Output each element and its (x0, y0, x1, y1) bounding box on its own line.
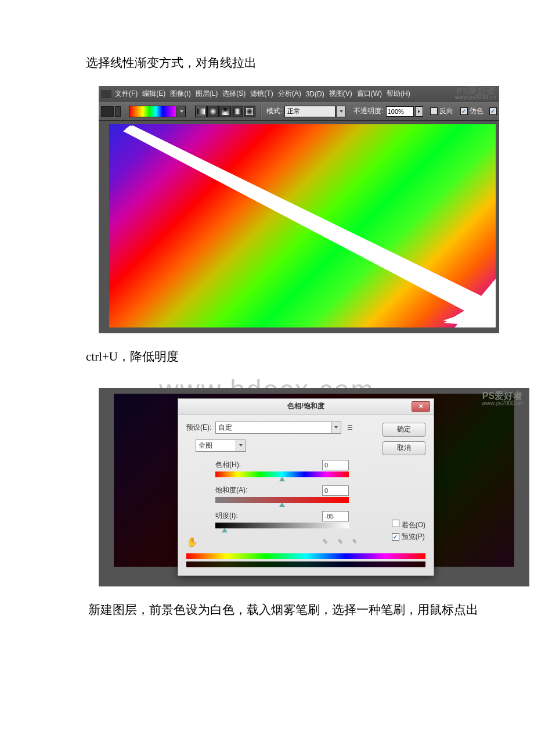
opacity-label: 不透明度: (353, 106, 383, 116)
document-canvas[interactable] (109, 124, 496, 327)
hue-slider[interactable] (215, 471, 349, 477)
options-bar: 模式: 正常 不透明度: 100% 反向 ✓ 仿色 ✓ (99, 102, 499, 121)
menu-window[interactable]: 窗口(W) (357, 89, 382, 99)
preset-select[interactable]: 自定 (215, 422, 331, 434)
reverse-label: 反向 (439, 106, 453, 116)
lightness-slider[interactable] (215, 523, 349, 528)
paragraph-1: 选择线性渐变方式，对角线拉出 (86, 52, 492, 74)
menu-file[interactable]: 文件(F) (115, 89, 138, 99)
opacity-slider-btn[interactable] (415, 106, 423, 117)
saturation-slider[interactable] (215, 497, 349, 503)
hue-label: 色相(H): (215, 460, 241, 470)
menu-edit[interactable]: 编辑(E) (142, 89, 165, 99)
menu-analysis[interactable]: 分析(A) (278, 89, 301, 99)
trans-checkbox[interactable]: ✓ (489, 107, 497, 115)
gradient-drag-arrow (109, 124, 496, 327)
gradient-style-diamond[interactable] (244, 106, 255, 117)
watermark-corner: PS爱好者 www.ps2000.cn (455, 86, 496, 100)
cancel-button[interactable]: 取消 (383, 441, 425, 455)
paragraph-3: 新建图层，前景色设为白色，载入烟雾笔刷，选择一种笔刷，用鼠标点出 (64, 599, 493, 621)
mode-select[interactable]: 正常 (284, 106, 335, 117)
menu-view[interactable]: 视图(V) (329, 89, 352, 99)
menu-help[interactable]: 帮助(H) (387, 89, 410, 99)
dither-label: 仿色 (470, 106, 484, 116)
paragraph-2: ctrl+U，降低明度 (86, 346, 492, 368)
close-icon[interactable]: ✕ (412, 401, 430, 412)
saturation-label: 饱和度(A): (215, 485, 247, 495)
gradient-style-angle[interactable] (219, 106, 231, 117)
menu-image[interactable]: 图像(I) (170, 89, 190, 99)
colorize-label: 着色(O) (402, 521, 425, 529)
gradient-style-reflected[interactable] (232, 106, 243, 117)
channel-drop[interactable] (236, 440, 246, 452)
app-icon (101, 90, 111, 98)
figure-hue-sat-dialog: PS爱好者 www.ps2000.cn 色相/饱和度 ✕ 确定 取消 预设(E)… (99, 388, 529, 586)
eyedropper-icons[interactable]: ✎ ✎ ✎ (322, 538, 360, 546)
menu-3d[interactable]: 3D(D) (306, 90, 324, 98)
lightness-label: 明度(I): (215, 511, 238, 521)
menu-select[interactable]: 选择(S) (222, 89, 246, 99)
tool-preset-drop[interactable] (115, 106, 121, 117)
colorize-checkbox[interactable] (392, 520, 399, 527)
preview-label: 预览(P) (402, 532, 425, 541)
spectrum-top (186, 553, 425, 559)
tool-preset[interactable] (101, 106, 114, 117)
hue-input[interactable]: 0 (322, 460, 349, 470)
gradient-style-linear[interactable] (195, 106, 207, 117)
dialog-title-bar: 色相/饱和度 ✕ (178, 399, 434, 415)
opacity-input[interactable]: 100% (386, 106, 414, 117)
preset-label: 预设(E): (186, 423, 215, 433)
dither-checkbox[interactable]: ✓ (460, 107, 468, 115)
lightness-input[interactable]: -85 (322, 511, 349, 521)
reverse-checkbox[interactable] (430, 107, 438, 115)
hue-saturation-dialog: 色相/饱和度 ✕ 确定 取消 预设(E): 自定 ☰ 全图 (178, 398, 434, 576)
preview-checkbox[interactable]: ✓ (392, 533, 399, 541)
mode-drop[interactable] (337, 106, 345, 117)
ok-button[interactable]: 确定 (383, 423, 425, 437)
scrubby-hand-icon[interactable]: ✋ (186, 537, 198, 548)
channel-select[interactable]: 全图 (196, 440, 236, 452)
gradient-style-radial[interactable] (207, 106, 219, 117)
menu-layer[interactable]: 图层(L) (196, 89, 218, 99)
menu-filter[interactable]: 滤镜(T) (250, 89, 273, 99)
figure-photoshop-gradient: 文件(F) 编辑(E) 图像(I) 图层(L) 选择(S) 滤镜(T) 分析(A… (99, 86, 499, 333)
watermark-corner-2: PS爱好者 www.ps2000.cn (482, 391, 522, 406)
preset-menu-icon[interactable]: ☰ (347, 424, 353, 431)
menu-bar: 文件(F) 编辑(E) 图像(I) 图层(L) 选择(S) 滤镜(T) 分析(A… (99, 86, 499, 102)
saturation-input[interactable]: 0 (322, 485, 349, 496)
gradient-picker-drop[interactable] (178, 106, 186, 117)
spectrum-bottom (186, 561, 425, 567)
gradient-preview[interactable] (129, 106, 176, 117)
mode-label: 模式: (266, 106, 282, 116)
dialog-title: 色相/饱和度 (287, 401, 324, 411)
preset-drop[interactable] (331, 422, 341, 434)
